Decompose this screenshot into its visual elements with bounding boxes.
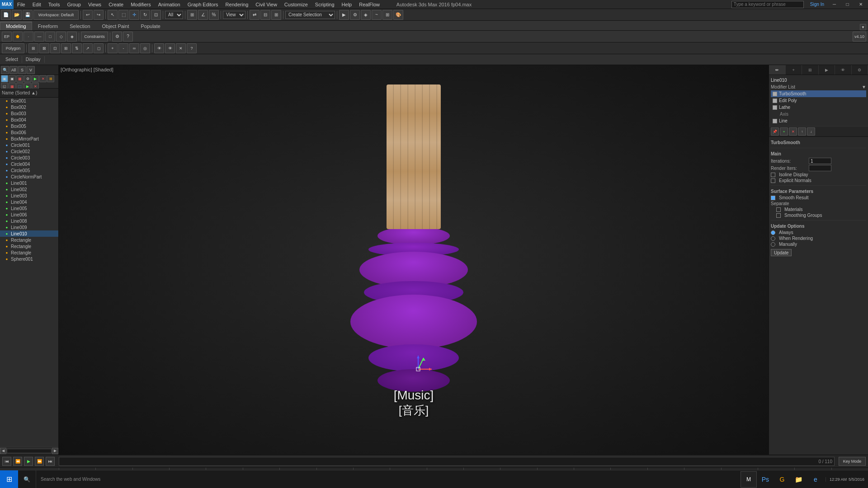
- modifier-axis[interactable]: Axis: [771, 111, 866, 117]
- sub-panel-7[interactable]: ⊞: [47, 75, 54, 82]
- constraints-btn[interactable]: Constraints: [81, 32, 108, 42]
- align-tool[interactable]: ⊟: [260, 10, 270, 20]
- props-tab-hierarchy[interactable]: ⊞: [802, 65, 819, 75]
- iterations-input[interactable]: [809, 158, 831, 164]
- tree-item-circ003[interactable]: ●Circle003: [0, 155, 58, 161]
- filter-dropdown[interactable]: All: [165, 11, 183, 19]
- modifier-turbosmooth[interactable]: TurboSmooth: [771, 90, 866, 97]
- sub-panel-2[interactable]: ▣: [9, 75, 16, 82]
- tree-item-line009[interactable]: ●Line009: [0, 224, 58, 230]
- explicit-normals-checkbox[interactable]: [771, 178, 775, 183]
- tree-item-rect1[interactable]: ●Rectangle: [0, 237, 58, 243]
- menu-file[interactable]: File: [14, 1, 29, 8]
- scene-all-btn[interactable]: All: [9, 66, 18, 74]
- tree-item-rect3[interactable]: ●Rectangle: [0, 249, 58, 256]
- menu-civil-view[interactable]: Civil View: [252, 1, 280, 8]
- edge-btn[interactable]: —: [34, 32, 44, 42]
- vertex-btn[interactable]: ·: [24, 32, 33, 42]
- sub-panel-1[interactable]: ▣: [1, 75, 8, 82]
- menu-help[interactable]: Help: [338, 1, 356, 8]
- tree-item-line008[interactable]: ●Line008: [0, 218, 58, 224]
- tree-item-line006[interactable]: ●Line006: [0, 211, 58, 218]
- display-btn[interactable]: Display: [22, 56, 45, 63]
- tree-item-line010[interactable]: ●Line010: [0, 230, 58, 237]
- tree-item-circ005[interactable]: ●Circle005: [0, 167, 58, 174]
- open-button[interactable]: 📂: [12, 10, 22, 20]
- save-button[interactable]: 💾: [23, 10, 33, 20]
- outline-btn[interactable]: ◻: [94, 43, 104, 53]
- sub-panel-6[interactable]: ✕: [39, 75, 47, 82]
- tab-selection[interactable]: Selection: [64, 22, 96, 30]
- unhide-btn[interactable]: 👁: [165, 43, 175, 53]
- taskbar-3dsmax[interactable]: M: [741, 471, 757, 488]
- search-taskbar[interactable]: 🔍: [18, 470, 36, 488]
- sub-panel-5[interactable]: ▶: [32, 75, 39, 82]
- grow-btn[interactable]: +: [108, 43, 118, 53]
- extrude-btn[interactable]: ⊞: [28, 43, 38, 53]
- scale-tool[interactable]: ⊡: [151, 10, 161, 20]
- border-btn[interactable]: □: [45, 32, 55, 42]
- sub-panel-3[interactable]: ▦: [16, 75, 24, 82]
- tree-item-box002[interactable]: ●Box002: [0, 104, 58, 110]
- always-radio[interactable]: [771, 230, 775, 235]
- mod-stack-btn[interactable]: v4.10: [853, 32, 866, 42]
- manually-radio[interactable]: [771, 242, 775, 247]
- modifier-enable-line[interactable]: [773, 119, 777, 123]
- modifier-line[interactable]: Line: [771, 117, 866, 124]
- modifier-editpoly[interactable]: Edit Poly: [771, 97, 866, 104]
- tab-freeform[interactable]: Freeform: [32, 22, 64, 30]
- tree-item-sphere001[interactable]: ●Sphere001: [0, 256, 58, 262]
- modifier-lathe[interactable]: Lathe: [771, 104, 866, 111]
- props-tab-create[interactable]: +: [786, 65, 802, 75]
- tab-object-paint[interactable]: Object Paint: [96, 22, 135, 30]
- mod-dn-btn[interactable]: ↓: [807, 127, 815, 136]
- mirror-tool[interactable]: ⇄: [250, 10, 259, 20]
- delete-btn[interactable]: ✕: [176, 43, 186, 53]
- taskbar-search-text[interactable]: Search the web and Windows: [38, 477, 103, 482]
- anim-play[interactable]: ▶: [24, 457, 33, 466]
- menu-graph-editors[interactable]: Graph Editors: [184, 1, 222, 8]
- schematic-view[interactable]: ⊞: [382, 10, 392, 20]
- start-button[interactable]: ⊞: [0, 470, 18, 488]
- mod-pin-btn[interactable]: 📌: [771, 127, 779, 136]
- select-btn[interactable]: Select: [2, 56, 22, 63]
- ribbon-expand[interactable]: ▼: [860, 24, 866, 30]
- props-tab-modify[interactable]: ✏: [769, 65, 786, 75]
- smooth-result-checkbox[interactable]: [771, 196, 775, 200]
- bevel-btn[interactable]: ⊠: [39, 43, 49, 53]
- anim-next-frame[interactable]: ⏩: [35, 457, 44, 466]
- anim-last-frame[interactable]: ⏭: [46, 457, 55, 466]
- inset-btn[interactable]: ⊡: [50, 43, 60, 53]
- tree-item-line002[interactable]: ●Line002: [0, 186, 58, 192]
- isoline-checkbox[interactable]: [771, 173, 775, 177]
- taskbar-folder[interactable]: 📁: [791, 471, 807, 488]
- poly-btn[interactable]: ◇: [56, 32, 66, 42]
- move-tool[interactable]: ✛: [129, 10, 139, 20]
- settings-btn[interactable]: ⚙: [112, 32, 122, 42]
- update-button[interactable]: Update: [771, 249, 792, 256]
- menu-animation[interactable]: Animation: [155, 1, 184, 8]
- hide-btn[interactable]: 👁: [154, 43, 164, 53]
- angle-snap[interactable]: ∠: [198, 10, 208, 20]
- tree-item-circnorm[interactable]: ●CircleNormPart: [0, 174, 58, 180]
- mod-del-btn[interactable]: ✕: [789, 127, 797, 136]
- menu-create[interactable]: Create: [105, 1, 127, 8]
- taskbar-chrome[interactable]: G: [774, 471, 790, 488]
- modifier-enable-turbosmooth[interactable]: [773, 92, 777, 96]
- menu-realflow[interactable]: RealFlow: [355, 1, 383, 8]
- undo-button[interactable]: ↩: [83, 10, 93, 20]
- element-btn[interactable]: ◈: [67, 32, 77, 42]
- modifier-enable-lathe[interactable]: [773, 105, 777, 110]
- tree-item-line003[interactable]: ●Line003: [0, 192, 58, 199]
- props-tab-display[interactable]: 👁: [835, 65, 852, 75]
- menu-tools[interactable]: Tools: [45, 1, 64, 8]
- anim-prev-frame[interactable]: ⏪: [13, 457, 22, 466]
- panel-scrollbar[interactable]: ◀ ▶: [0, 446, 58, 455]
- tree-item-rect2[interactable]: ●Rectangle: [0, 243, 58, 249]
- scene-vis-btn[interactable]: V: [27, 66, 35, 74]
- select-tool[interactable]: ↖: [108, 10, 118, 20]
- select-region[interactable]: ⬚: [118, 10, 128, 20]
- viewport[interactable]: MUSIC [Orthographic] [Shaded] TOP: [59, 65, 769, 455]
- rotate-tool[interactable]: ↻: [140, 10, 150, 20]
- tree-item-line001[interactable]: ●Line001: [0, 180, 58, 186]
